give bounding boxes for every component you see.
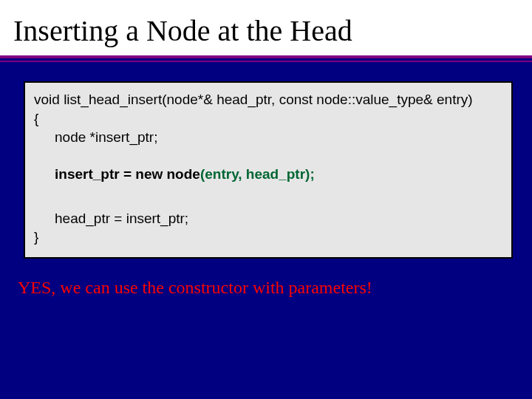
footer-note: YES, we can use the constructor with par… [0,259,532,298]
code-assignment: insert_ptr = new node(entry, head_ptr); [34,165,502,184]
title-underline [0,61,532,62]
code-blank-1 [34,147,502,165]
code-assign-paren-close: ); [305,166,315,182]
code-blank-2 [34,184,502,209]
code-block: void list_head_insert(node*& head_ptr, c… [24,81,513,259]
code-brace-open: { [34,109,502,129]
code-return: head_ptr = insert_ptr; [34,209,502,228]
slide: Inserting a Node at the Head void list_h… [0,0,532,399]
code-assign-args: entry, head_ptr [205,166,305,182]
code-declaration: node *insert_ptr; [34,128,502,147]
slide-title: Inserting a Node at the Head [0,0,532,58]
code-signature: void list_head_insert(node*& head_ptr, c… [34,90,502,109]
code-brace-close: } [34,228,502,247]
code-assign-prefix: insert_ptr = new node [55,166,200,182]
